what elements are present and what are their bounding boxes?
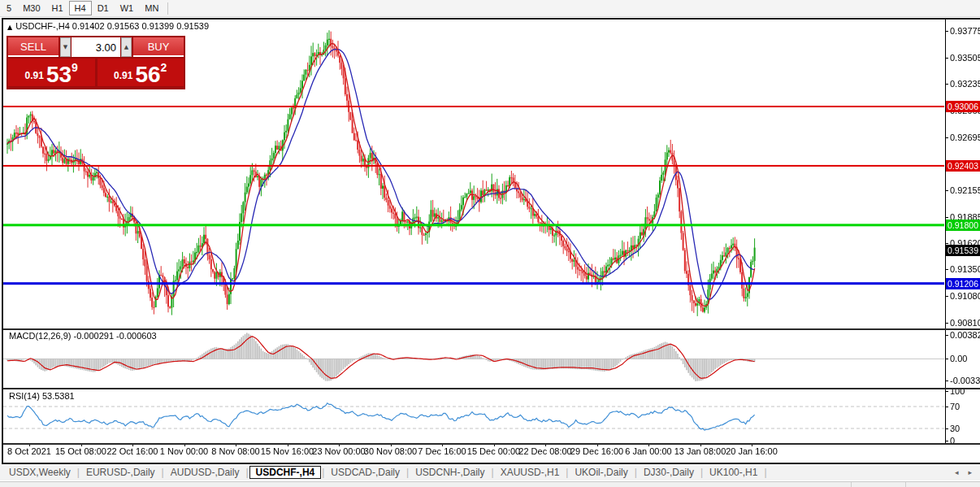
axis-tick-mark xyxy=(945,243,948,244)
timeframe-button-h1[interactable]: H1 xyxy=(46,1,69,15)
price-tick-label: 0.93505 xyxy=(950,53,980,63)
axis-tick-mark xyxy=(945,137,948,138)
buy-price-display[interactable]: 0.91 56 2 xyxy=(98,59,184,86)
tab-usdx-weekly[interactable]: USDX,Weekly xyxy=(3,466,76,479)
volume-input[interactable]: 3.00 xyxy=(72,37,120,57)
axis-tick-mark xyxy=(945,217,948,218)
mt4-chart-window: 5M30H1H4D1W1MN ▲USDCHF-,H4 0.91402 0.915… xyxy=(0,0,980,487)
macd-panel-separator[interactable] xyxy=(2,328,980,330)
tab-dj30-daily[interactable]: DJ30-,Daily xyxy=(638,466,700,479)
timeframe-button-w1[interactable]: W1 xyxy=(115,1,140,15)
macd-tick-label: -0.0033 xyxy=(950,376,980,385)
price-tick-label: 0.91350 xyxy=(950,264,980,274)
tab-usdcnh-daily[interactable]: USDCNH-,Daily xyxy=(410,466,490,479)
price-level-badge: 0.91800 xyxy=(946,220,980,231)
tab-ukoil-daily[interactable]: UKOil-,Daily xyxy=(569,466,633,479)
price-tick-label: 0.92155 xyxy=(950,185,980,195)
sell-price-prefix: 0.91 xyxy=(25,70,44,81)
timeframe-button-5[interactable]: 5 xyxy=(1,1,17,15)
tab-eurusd-daily[interactable]: EURUSD-,Daily xyxy=(80,466,161,479)
volume-decrease-icon[interactable]: ▼ xyxy=(60,37,71,57)
sell-button[interactable]: SELL xyxy=(8,37,59,57)
price-tick-label: 0.93235 xyxy=(950,79,980,89)
time-tick-label: 15 Oct 08:00 xyxy=(55,446,106,456)
time-tick-label: 22 Dec 08:00 xyxy=(518,446,571,456)
time-tick-label: 29 Dec 16:00 xyxy=(570,446,623,456)
axis-tick-mark xyxy=(945,269,948,270)
axis-tick-mark xyxy=(945,190,948,191)
timeframe-button-mn[interactable]: MN xyxy=(139,1,164,15)
tab-separator: | xyxy=(763,467,767,478)
volume-increase-icon[interactable]: ▲ xyxy=(121,37,132,57)
price-tick-label: 0.91080 xyxy=(950,291,980,301)
tab-usdcad-daily[interactable]: USDCAD-,Daily xyxy=(325,466,405,479)
volume-stepper: ▼ 3.00 ▲ xyxy=(60,37,132,57)
time-tick-label: 30 Nov 08:00 xyxy=(364,446,417,456)
tab-scroll-right-icon[interactable]: ▸ xyxy=(968,468,972,476)
axis-tick-mark xyxy=(945,359,948,359)
buy-button[interactable]: BUY xyxy=(133,37,184,57)
time-tick-label: 22 Oct 16:00 xyxy=(107,446,158,456)
axis-tick-mark xyxy=(945,428,948,429)
tab-xauusd-h1[interactable]: XAUUSD-,H1 xyxy=(495,466,566,479)
rsi-tick-label: 30 xyxy=(950,424,960,433)
axis-tick-mark xyxy=(945,31,948,32)
macd-tick-label: 0.00382 xyxy=(950,330,980,340)
axis-tick-mark xyxy=(945,58,948,59)
sell-price-main: 53 xyxy=(46,64,72,85)
tab-audusd-daily[interactable]: AUDUSD-,Daily xyxy=(165,466,245,479)
time-tick-label: 20 Jan 16:00 xyxy=(726,446,778,456)
status-bar xyxy=(0,481,980,487)
one-click-trade-panel: SELL ▼ 3.00 ▲ BUY 0.91 53 9 0.91 56 2 xyxy=(7,36,185,89)
timeframe-button-h4[interactable]: H4 xyxy=(69,1,92,15)
status-bar-divider xyxy=(905,482,906,487)
price-level-badge: 0.92403 xyxy=(946,160,980,172)
time-axis-separator xyxy=(2,443,980,445)
tab-scroll-left-icon[interactable]: ◂ xyxy=(955,468,959,476)
rsi-tick-label: 70 xyxy=(950,402,960,411)
price-tick-label: 0.90810 xyxy=(950,318,980,328)
price-level-badge: 0.91206 xyxy=(946,278,980,289)
sell-price-display[interactable]: 0.91 53 9 xyxy=(8,59,95,86)
rsi-indicator-label: RSI(14) 53.5381 xyxy=(9,391,75,401)
axis-tick-mark xyxy=(945,441,948,441)
chart-window-border-left xyxy=(2,18,3,464)
time-tick-label: 8 Oct 2021 xyxy=(7,446,51,456)
rsi-panel-separator[interactable] xyxy=(2,388,980,389)
time-tick-label: 13 Jan 08:00 xyxy=(674,446,726,456)
time-tick-label: 6 Jan 00:00 xyxy=(625,446,672,456)
time-tick-label: 23 Nov 00:00 xyxy=(312,446,365,456)
buy-price-pip: 2 xyxy=(161,61,167,74)
tab-uk100-h1[interactable]: UK100-,H1 xyxy=(704,466,763,479)
time-tick-label: 15 Nov 16:00 xyxy=(261,446,314,456)
price-tick-label: 0.92695 xyxy=(950,133,980,142)
status-bar-divider xyxy=(851,482,852,487)
price-level-badge: 0.91539 xyxy=(946,245,980,256)
time-tick-label: 8 Nov 08:00 xyxy=(211,446,259,456)
time-tick-label: 1 Nov 00:00 xyxy=(160,446,208,456)
chart-title: ▲USDCHF-,H4 0.91402 0.91563 0.91399 0.91… xyxy=(7,21,209,31)
axis-tick-mark xyxy=(945,407,948,407)
axis-tick-mark xyxy=(945,391,948,392)
time-tick-label: 7 Dec 16:00 xyxy=(418,446,466,456)
price-tick-label: 0.93775 xyxy=(950,26,980,36)
macd-tick-label: 0.00 xyxy=(950,354,967,363)
sell-price-pip: 9 xyxy=(72,61,78,74)
axis-tick-mark xyxy=(945,335,948,336)
buy-price-prefix: 0.91 xyxy=(114,70,132,81)
axis-tick-mark xyxy=(945,84,948,85)
timeframe-button-m30[interactable]: M30 xyxy=(17,1,46,15)
time-tick-label: 15 Dec 00:00 xyxy=(467,446,520,456)
macd-indicator-label: MACD(12,26,9) -0.000291 -0.000603 xyxy=(9,331,157,341)
axis-tick-mark xyxy=(945,380,948,381)
toolbar-separator xyxy=(167,2,168,15)
timeframe-toolbar: 5M30H1H4D1W1MN xyxy=(0,0,980,17)
chart-tab-bar: USDX,Weekly|EURUSD-,Daily|AUDUSD-,Daily|… xyxy=(0,464,980,480)
chart-window-border-top xyxy=(2,18,980,20)
timeframe-button-d1[interactable]: D1 xyxy=(92,1,115,15)
collapse-triangle-icon[interactable]: ▲ xyxy=(7,24,12,31)
tab-usdchf-h4[interactable]: USDCHF-,H4 xyxy=(249,466,322,479)
chart-title-text: USDCHF-,H4 0.91402 0.91563 0.91399 0.915… xyxy=(15,21,209,31)
price-level-badge: 0.93006 xyxy=(946,101,980,112)
buy-price-main: 56 xyxy=(135,64,160,85)
